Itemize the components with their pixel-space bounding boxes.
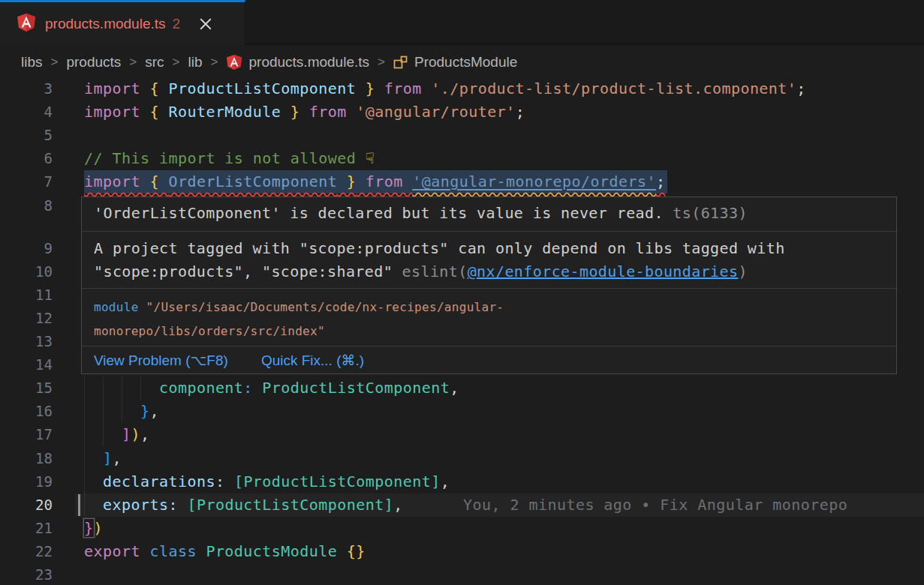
code-line-21[interactable]: 21}) (0, 517, 924, 540)
token: ProductListComponent (168, 80, 356, 98)
chevron-right-icon: > (378, 55, 385, 70)
hover-text-line: module "/Users/isaac/Documents/code/nx-r… (94, 296, 884, 320)
line-number[interactable]: 15 (20, 376, 53, 400)
code-line-23[interactable]: 23 (0, 563, 924, 585)
line-number[interactable]: 9 (20, 237, 53, 260)
breadcrumb-item-src[interactable]: >src (121, 54, 164, 70)
token: } (356, 80, 375, 98)
line-number[interactable]: 3 (20, 77, 53, 100)
line-number[interactable]: 10 (20, 260, 53, 284)
token: // This import is not allowed (84, 149, 366, 167)
angular-icon (226, 54, 242, 70)
code-text: export class ProductsModule {} (84, 540, 366, 563)
token: import (84, 172, 149, 190)
code-line-16[interactable]: 16 }, (0, 400, 924, 423)
hover-text-line: "scope:products", "scope:shared" eslint(… (94, 260, 884, 284)
line-number[interactable]: 11 (20, 284, 53, 307)
line-number[interactable]: 23 (20, 563, 53, 585)
token: declarations (103, 472, 215, 490)
token: '@angular-monorepo/orders' (412, 172, 656, 190)
selected-error-range: import { OrderListComponent } from '@ang… (84, 170, 667, 194)
token: import (84, 103, 149, 121)
line-number[interactable]: 21 (20, 517, 53, 540)
line-number[interactable]: 14 (20, 353, 53, 376)
angular-icon (17, 13, 36, 35)
breadcrumb: libs>products>src>lib>products.module.ts… (0, 46, 924, 77)
code-text: exports: [ProductListComponent], (84, 494, 403, 517)
code-text: import { RouterModule } from '@angular/r… (84, 100, 525, 124)
line-number[interactable]: 6 (20, 147, 53, 170)
tab-label: products.module.ts (45, 16, 166, 32)
line-number[interactable]: 12 (20, 307, 53, 330)
token: ProductListComponent (262, 379, 450, 397)
code-line-20[interactable]: 20 exports: [ProductListComponent],You, … (0, 494, 924, 517)
line-number[interactable]: 16 (20, 400, 53, 423)
code-line-17[interactable]: 17 ]), (0, 423, 924, 446)
tab-products-module[interactable]: products.module.ts 2 (0, 0, 245, 45)
code-text: import { OrderListComponent } from '@ang… (84, 170, 667, 194)
code-line-22[interactable]: 22export class ProductsModule {} (0, 540, 924, 563)
token: { (149, 103, 168, 121)
token: ] (122, 425, 131, 443)
hover-message-2: A project tagged with "scope:products" c… (82, 232, 896, 289)
line-number[interactable]: 5 (20, 124, 53, 147)
line-number[interactable]: 8 (20, 194, 53, 218)
error-hover-popup: 'OrderListComponent' is declared but its… (81, 196, 897, 374)
line-number[interactable]: 20 (20, 494, 53, 517)
line-number[interactable]: 22 (20, 540, 53, 563)
line-number[interactable]: 7 (20, 170, 53, 194)
line-number[interactable]: 13 (20, 330, 53, 353)
code-line-3[interactable]: 3import { ProductListComponent } from '.… (0, 77, 924, 100)
git-blame-annotation: You, 2 minutes ago • Fix Angular monorep… (463, 494, 847, 517)
token: from (375, 80, 431, 98)
quick-fix-action[interactable]: Quick Fix... (⌘.) (261, 352, 364, 369)
close-icon[interactable] (197, 15, 215, 33)
code-text: component: ProductListComponent, (84, 376, 459, 400)
token: ProductsModule (206, 542, 337, 560)
view-problem-action[interactable]: View Problem (⌥F8) (94, 352, 228, 369)
token: : (168, 496, 178, 514)
token (84, 379, 159, 397)
line-number[interactable]: 4 (20, 100, 53, 124)
line-number[interactable]: 18 (20, 447, 53, 470)
line-number[interactable]: 19 (20, 470, 53, 494)
token: , (112, 449, 122, 467)
hover-text-segment: ts(6133) (664, 204, 748, 222)
token: {} (347, 542, 366, 560)
token: , (450, 379, 459, 397)
token (178, 496, 188, 514)
token: './product-list/product-list.component' (431, 80, 796, 98)
down-pointing-hand-icon: ☟ (366, 149, 375, 167)
lint-squiggle-range[interactable]: '@angular-monorepo/orders' (412, 170, 656, 194)
hover-text-segment: ) (738, 262, 747, 280)
matched-bracket: } (84, 519, 94, 537)
code-line-6[interactable]: 6// This import is not allowed ☟ (0, 147, 924, 170)
token: { (149, 172, 168, 190)
line-number[interactable]: 17 (20, 423, 53, 446)
token (224, 472, 234, 490)
breadcrumb-item-productsmodule[interactable]: >ProductsModule (369, 54, 517, 70)
token: ] (103, 449, 113, 467)
hover-text-line: monorepo/libs/orders/src/index" (94, 320, 884, 344)
hover-text-segment: 'OrderListComponent' is declared but its… (94, 204, 664, 222)
breadcrumb-item-products[interactable]: >products (43, 54, 122, 70)
code-line-19[interactable]: 19 declarations: [ProductListComponent], (0, 470, 924, 494)
breadcrumb-item-libs[interactable]: libs (21, 54, 43, 70)
chevron-right-icon: > (211, 55, 218, 70)
token: ; (796, 80, 806, 98)
cursor-caret (78, 494, 80, 516)
token: component (159, 379, 243, 397)
code-line-5[interactable]: 5 (0, 124, 924, 147)
code-line-15[interactable]: 15 component: ProductListComponent, (0, 376, 924, 400)
code-text: ]), (84, 423, 149, 446)
breadcrumb-item-lib[interactable]: >lib (164, 54, 203, 70)
code-line-7[interactable]: 7import { OrderListComponent } from '@an… (0, 170, 924, 194)
code-line-4[interactable]: 4import { RouterModule } from '@angular/… (0, 100, 924, 124)
token: } (337, 172, 356, 190)
nx-rule-link[interactable]: @nx/enforce-module-boundaries (468, 262, 739, 280)
token: , (393, 496, 403, 514)
breadcrumb-item-products-module-ts[interactable]: >products.module.ts (203, 54, 369, 70)
token: , (140, 425, 150, 443)
code-line-18[interactable]: 18 ], (0, 447, 924, 470)
hover-text-segment: eslint( (402, 262, 468, 280)
